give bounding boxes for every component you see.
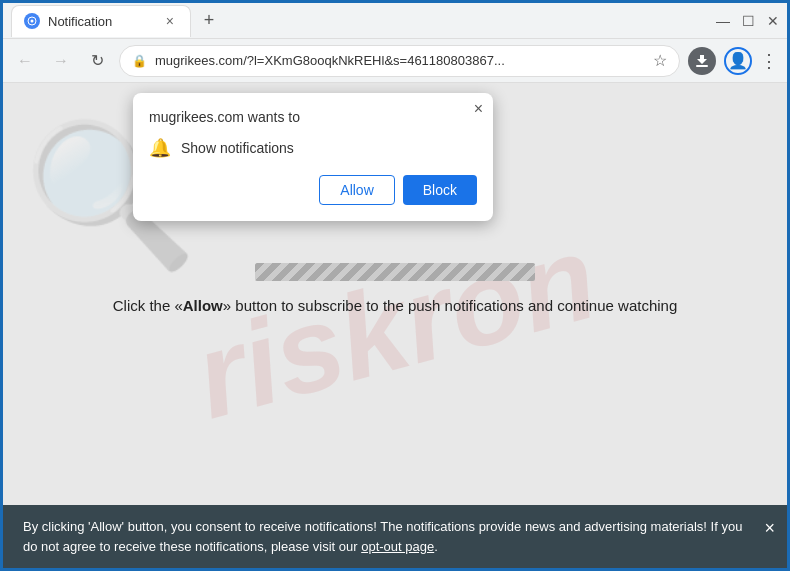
tab-favicon bbox=[24, 13, 40, 29]
tab-title: Notification bbox=[48, 14, 154, 29]
tab-close-button[interactable]: × bbox=[162, 11, 178, 31]
forward-button[interactable]: → bbox=[47, 47, 75, 75]
close-window-button[interactable]: ✕ bbox=[767, 13, 779, 29]
popup-close-button[interactable]: × bbox=[474, 101, 483, 117]
address-bar[interactable]: 🔒 mugrikees.com/?l=XKmG8ooqkNkREHl&s=461… bbox=[119, 45, 680, 77]
progress-bar bbox=[255, 263, 535, 281]
bottom-banner: By clicking 'Allow' button, you consent … bbox=[3, 505, 787, 568]
banner-text-part2: . bbox=[434, 539, 438, 554]
svg-point-1 bbox=[31, 20, 34, 23]
profile-button[interactable]: 👤 bbox=[724, 47, 752, 75]
popup-permission-text: Show notifications bbox=[181, 140, 294, 156]
svg-rect-2 bbox=[696, 65, 708, 67]
title-bar: Notification × + — ☐ ✕ bbox=[3, 3, 787, 39]
bell-icon: 🔔 bbox=[149, 137, 171, 159]
popup-buttons: Allow Block bbox=[149, 175, 477, 205]
opt-out-link[interactable]: opt-out page bbox=[361, 539, 434, 554]
instruction-text: Click the «Allow» button to subscribe to… bbox=[93, 297, 698, 314]
block-button[interactable]: Block bbox=[403, 175, 477, 205]
download-icon[interactable] bbox=[688, 47, 716, 75]
new-tab-button[interactable]: + bbox=[195, 7, 223, 35]
refresh-button[interactable]: ↻ bbox=[83, 47, 111, 75]
banner-close-button[interactable]: × bbox=[764, 515, 775, 542]
browser-window: Notification × + — ☐ ✕ ← → ↻ 🔒 mugrikees… bbox=[3, 3, 787, 568]
bookmark-star-icon[interactable]: ☆ bbox=[653, 51, 667, 70]
popup-title: mugrikees.com wants to bbox=[149, 109, 477, 125]
minimize-button[interactable]: — bbox=[716, 13, 730, 29]
tab-area: Notification × + bbox=[11, 5, 708, 37]
url-text: mugrikees.com/?l=XKmG8ooqkNkREHl&s=46118… bbox=[155, 53, 645, 68]
content-area: 🔍 riskron × mugrikees.com wants to 🔔 Sho… bbox=[3, 83, 787, 568]
toolbar: ← → ↻ 🔒 mugrikees.com/?l=XKmG8ooqkNkREHl… bbox=[3, 39, 787, 83]
notification-popup: × mugrikees.com wants to 🔔 Show notifica… bbox=[133, 93, 493, 221]
popup-permission-row: 🔔 Show notifications bbox=[149, 137, 477, 159]
back-button[interactable]: ← bbox=[11, 47, 39, 75]
allow-button[interactable]: Allow bbox=[319, 175, 394, 205]
menu-button[interactable]: ⋮ bbox=[760, 50, 779, 72]
toolbar-right: 👤 ⋮ bbox=[688, 47, 779, 75]
maximize-button[interactable]: ☐ bbox=[742, 13, 755, 29]
lock-icon: 🔒 bbox=[132, 54, 147, 68]
active-tab[interactable]: Notification × bbox=[11, 5, 191, 37]
window-controls: — ☐ ✕ bbox=[716, 13, 779, 29]
